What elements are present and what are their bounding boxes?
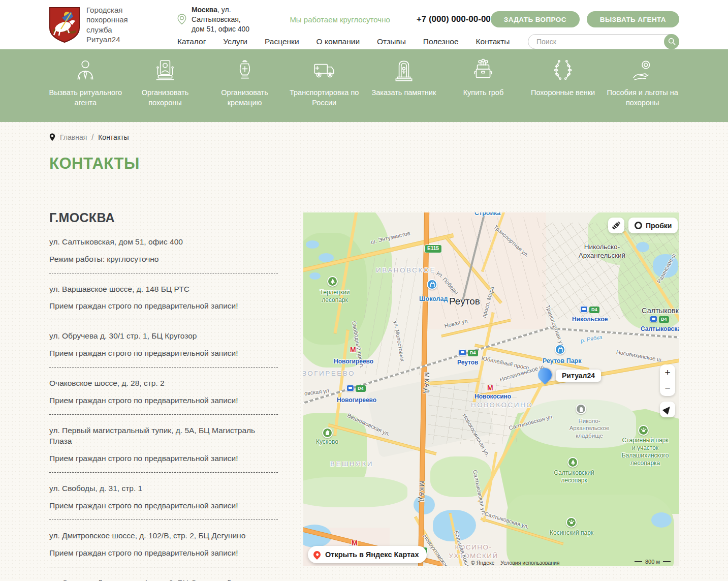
search-button[interactable] — [664, 34, 679, 49]
ruler-icon — [612, 221, 621, 230]
service-label: Похоронные венки — [531, 88, 595, 98]
park-label: Косинский парк — [550, 529, 593, 537]
ask-question-button[interactable]: ЗАДАТЬ ВОПРОС — [491, 11, 580, 27]
d4-badge: D4 — [659, 316, 669, 323]
station-icon — [346, 385, 354, 391]
zoom-in-button[interactable]: + — [660, 364, 675, 380]
road-label: Салтыковская ул. — [471, 469, 487, 516]
station-label: Реутов — [457, 359, 478, 366]
logo-text: Городская похоронная служба Ритуал24 — [86, 5, 147, 45]
nav-item-useful[interactable]: Полезное — [423, 37, 459, 46]
station-icon — [459, 349, 466, 356]
ruler-button[interactable] — [608, 218, 624, 233]
search — [528, 34, 679, 49]
road-label: Салтыковская ул. — [484, 510, 530, 531]
service-transport[interactable]: Транспортировка по России — [284, 56, 364, 122]
page-title: КОНТАКТЫ — [49, 155, 728, 173]
road-label: Носовихинское ш. — [616, 349, 663, 364]
yandex-pin-icon — [312, 549, 322, 560]
header-buttons: ЗАДАТЬ ВОПРОС ВЫЗВАТЬ АГЕНТА — [491, 11, 679, 27]
address-line: ул. Дмитровское шоссе, д. 102/В, стр. 2,… — [49, 530, 278, 541]
nav-item-catalog[interactable]: Каталог — [177, 37, 206, 46]
park-label: Кусково — [316, 438, 338, 446]
header-address: Москва, ул. Салтыковская, дом 51, офис 4… — [192, 5, 265, 34]
address-line: ул. Свободы, д. 31, стр. 1 — [49, 483, 278, 494]
district-label: ИВАНОВСКОЕ — [376, 266, 436, 275]
city-label: Реутов — [449, 295, 480, 308]
address-note: Режим работы: круглосуточно — [49, 255, 278, 264]
divider — [49, 519, 278, 520]
service-benefits[interactable]: Пособия и льготы на похороны — [603, 56, 682, 122]
station-label: Салтыковская — [641, 325, 679, 333]
page: Городская похоронная служба Ритуал24 Мос… — [0, 0, 728, 581]
nav-item-contacts[interactable]: Контакты — [476, 37, 510, 46]
breadcrumb-separator: / — [91, 133, 93, 141]
company-pin-label[interactable]: Ритуал24 — [556, 370, 601, 382]
service-wreaths[interactable]: Похоронные венки — [523, 56, 603, 122]
nav-item-services[interactable]: Услуги — [223, 37, 247, 46]
zoom-out-button[interactable]: − — [660, 380, 675, 396]
service-monument[interactable]: Заказать памятник — [364, 56, 444, 122]
worktime-text: Мы работаем круглосуточно — [290, 15, 390, 24]
city-heading: Г.МОСКВА — [49, 210, 278, 225]
road-label: ул. Победы — [435, 269, 460, 296]
funeral-icon — [152, 56, 178, 84]
nav-item-reviews[interactable]: Отзывы — [377, 37, 406, 46]
address-line: ул. Олонецкий проезд, д. 4, кор. 2, БЦ О… — [49, 577, 278, 581]
road-label: овская ул. — [304, 387, 331, 397]
park-label: Терлецкий лесопарк — [313, 289, 356, 304]
station-icon — [650, 316, 657, 322]
road-label: МКАД — [423, 372, 431, 393]
map-attribution: © Яндекс Условия использования — [471, 560, 560, 566]
open-in-yandex-label: Открыть в Яндекс Картах — [325, 551, 419, 559]
zoom-panel: + − — [660, 364, 675, 396]
terms-link[interactable]: Условия использования — [500, 560, 560, 566]
address-line: ул. Варшавское шоссе, д. 148 БЦ РТС — [49, 284, 278, 295]
header-top-row: Москва, ул. Салтыковская, дом 51, офис 4… — [177, 5, 679, 34]
nav-item-about[interactable]: О компании — [316, 37, 360, 46]
road-label: Вешняковская ул. — [346, 412, 391, 438]
breadcrumb-home[interactable]: Главная — [60, 133, 87, 141]
traffic-button[interactable]: Пробки — [628, 218, 678, 233]
breadcrumb: Главная / Контакты — [49, 133, 728, 141]
traffic-icon — [635, 222, 642, 229]
locality-label: Никольско- Архангельский — [572, 243, 632, 260]
service-label: Купить гроб — [463, 88, 504, 98]
scale-tick — [635, 561, 642, 562]
divider — [49, 414, 278, 415]
service-label: Организовать кремацию — [205, 88, 284, 108]
road-label: Разинское ш. — [656, 251, 678, 285]
service-coffin[interactable]: Купить гроб — [444, 56, 523, 122]
place-label: Реутов Парк — [543, 357, 582, 365]
service-funeral[interactable]: Организовать похороны — [125, 56, 205, 122]
cemetery-label: Николо- Архангельское кладбище — [561, 417, 617, 439]
route-shield: E115 — [424, 244, 442, 253]
divider — [49, 320, 278, 320]
search-input[interactable] — [528, 34, 679, 49]
yandex-map[interactable]: Стройкаш. ЭнтузиастовE115Транспортная ул… — [303, 212, 679, 566]
divider — [49, 273, 278, 273]
district-label: ВЕШНЯКИ — [330, 460, 373, 469]
monument-icon — [391, 56, 417, 84]
road-label: просп. Мира — [481, 286, 496, 319]
open-in-yandex-button[interactable]: Открыть в Яндекс Картах — [308, 546, 427, 563]
address-note: Прием граждан строго по предварительной … — [49, 396, 278, 405]
traffic-label: Пробки — [646, 222, 672, 230]
park-icon — [638, 425, 649, 436]
logo[interactable]: Городская похоронная служба Ритуал24 — [49, 0, 177, 49]
service-label: Транспортировка по России — [284, 88, 364, 108]
park-icon — [566, 517, 577, 528]
park-label: Салтыковский лесопарк — [552, 469, 596, 484]
coffin-icon — [470, 56, 496, 84]
geolocation-button[interactable] — [660, 402, 675, 417]
nav-item-prices[interactable]: Расценки — [265, 37, 299, 46]
d4-badge: D4 — [468, 350, 478, 356]
address-line: ул. Обручева д. 30/1 стр. 1, БЦ Кругозор — [49, 330, 278, 342]
service-cremation[interactable]: Организовать кремацию — [205, 56, 284, 122]
metro-icon: М — [350, 346, 356, 355]
service-ritual-agent[interactable]: Вызвать ритуального агента — [46, 56, 125, 122]
header-address-city: Москва — [192, 6, 217, 14]
phone-number[interactable]: +7 (000) 000-00-00 — [417, 14, 491, 24]
call-agent-button[interactable]: ВЫЗВАТЬ АГЕНТА — [587, 11, 679, 27]
road-label: ш. Энтузиастов — [370, 230, 410, 246]
